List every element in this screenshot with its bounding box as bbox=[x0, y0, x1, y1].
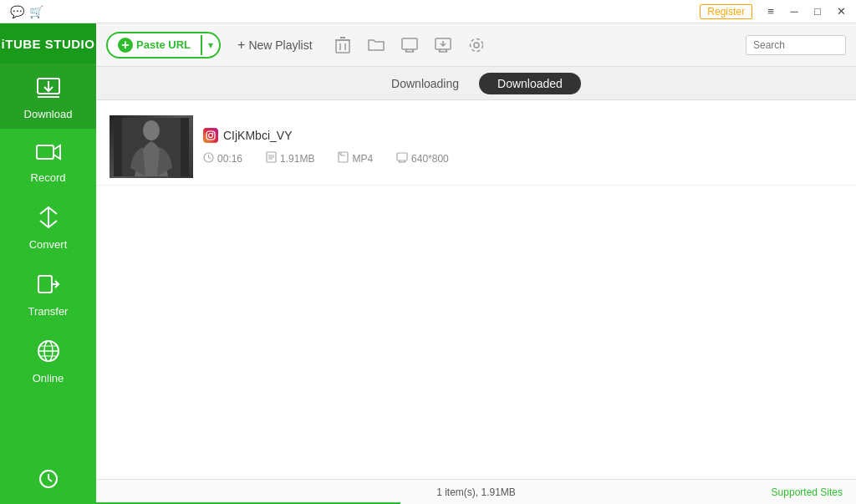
svg-rect-20 bbox=[402, 38, 417, 49]
folder-button[interactable] bbox=[363, 32, 390, 59]
sidebar-item-transfer[interactable]: Transfer bbox=[0, 259, 96, 326]
import-button[interactable] bbox=[430, 32, 456, 59]
clock-button[interactable] bbox=[32, 462, 65, 496]
sidebar-item-convert-label: Convert bbox=[29, 238, 68, 251]
app-body: iTUBE STUDIO Download Record bbox=[0, 23, 856, 504]
convert-icon bbox=[37, 206, 60, 235]
record-icon bbox=[36, 142, 61, 168]
chat-icon[interactable]: 💬 bbox=[10, 5, 24, 18]
maximize-button[interactable]: □ bbox=[806, 3, 829, 20]
app-logo: iTUBE STUDIO bbox=[0, 23, 96, 64]
svg-point-30 bbox=[470, 38, 482, 51]
sidebar-item-record[interactable]: Record bbox=[0, 129, 96, 192]
thumbnail-image bbox=[110, 115, 193, 178]
hamburger-icon[interactable]: ≡ bbox=[759, 3, 782, 20]
paste-url-main[interactable]: + Paste URL bbox=[108, 33, 201, 57]
transfer-icon bbox=[37, 272, 60, 302]
format-icon bbox=[338, 151, 349, 165]
svg-rect-46 bbox=[397, 153, 407, 160]
online-icon bbox=[37, 339, 60, 369]
svg-point-36 bbox=[212, 133, 214, 135]
register-button[interactable]: Register bbox=[700, 4, 752, 19]
tab-downloaded[interactable]: Downloaded bbox=[479, 73, 581, 94]
paste-url-dropdown[interactable]: ▾ bbox=[201, 35, 219, 55]
supported-sites-link[interactable]: Supported Sites bbox=[772, 486, 843, 498]
clock-meta-icon bbox=[203, 152, 214, 165]
sidebar-item-online[interactable]: Online bbox=[0, 326, 96, 393]
minimize-button[interactable]: ─ bbox=[782, 3, 806, 20]
svg-rect-34 bbox=[206, 131, 215, 140]
svg-point-29 bbox=[474, 43, 479, 48]
video-filesize: 1.91MB bbox=[280, 153, 314, 165]
new-playlist-button[interactable]: + New Playlist bbox=[227, 33, 323, 57]
video-source-row: CIjKMbci_VY bbox=[203, 128, 843, 143]
sidebar-item-convert[interactable]: Convert bbox=[0, 192, 96, 259]
settings-button[interactable] bbox=[463, 32, 490, 59]
svg-point-33 bbox=[143, 120, 160, 140]
sidebar-item-download-label: Download bbox=[24, 108, 73, 120]
svg-line-39 bbox=[209, 157, 211, 159]
sidebar-item-record-label: Record bbox=[31, 171, 66, 184]
new-playlist-plus-icon: + bbox=[237, 38, 245, 53]
video-duration: 00:16 bbox=[217, 153, 242, 165]
filesize-icon bbox=[266, 151, 277, 165]
video-resolution: 640*800 bbox=[411, 153, 449, 165]
tabs: Downloading Downloaded bbox=[96, 67, 856, 100]
resolution-icon bbox=[396, 152, 408, 165]
cart-icon[interactable]: 🛒 bbox=[29, 5, 43, 18]
paste-url-plus-icon: + bbox=[118, 38, 133, 53]
sidebar-item-transfer-label: Transfer bbox=[28, 305, 69, 318]
resolution-meta: 640*800 bbox=[396, 151, 449, 165]
item-count: 1 item(s), 1.91MB bbox=[436, 486, 516, 498]
filesize-meta: 1.91MB bbox=[266, 151, 314, 165]
instagram-icon bbox=[203, 128, 218, 143]
video-thumbnail bbox=[110, 115, 193, 178]
title-bar: 💬 🛒 Register ≡ ─ □ ✕ bbox=[0, 0, 856, 23]
search-input[interactable] bbox=[746, 35, 846, 55]
sidebar-item-download[interactable]: Download bbox=[0, 64, 96, 129]
status-bar: 1 item(s), 1.91MB Supported Sites bbox=[96, 479, 856, 504]
tab-downloading[interactable]: Downloading bbox=[371, 72, 479, 95]
sidebar-item-online-label: Online bbox=[33, 372, 64, 384]
format-meta: MP4 bbox=[338, 151, 373, 165]
duration-meta: 00:16 bbox=[203, 151, 242, 165]
video-format: MP4 bbox=[352, 153, 373, 165]
svg-line-14 bbox=[48, 479, 52, 481]
sidebar-bottom bbox=[32, 462, 65, 504]
main-content: + Paste URL ▾ + New Playlist bbox=[96, 23, 856, 504]
paste-url-btn[interactable]: + Paste URL ▾ bbox=[106, 32, 221, 59]
content-area: CIjKMbci_VY 00:16 bbox=[96, 100, 856, 479]
title-bar-left: 💬 🛒 bbox=[3, 5, 700, 18]
delete-button[interactable] bbox=[329, 32, 356, 59]
svg-rect-5 bbox=[38, 276, 52, 293]
monitor-button[interactable] bbox=[396, 32, 423, 59]
svg-rect-3 bbox=[37, 145, 54, 159]
video-info: CIjKMbci_VY 00:16 bbox=[203, 128, 843, 165]
sidebar: iTUBE STUDIO Download Record bbox=[0, 23, 96, 504]
paste-url-label: Paste URL bbox=[136, 38, 191, 51]
video-meta: 00:16 1.91MB bbox=[203, 151, 843, 165]
new-playlist-label: New Playlist bbox=[248, 38, 312, 52]
close-button[interactable]: ✕ bbox=[829, 3, 853, 20]
svg-rect-15 bbox=[336, 40, 349, 53]
table-row: CIjKMbci_VY 00:16 bbox=[96, 109, 856, 186]
toolbar: + Paste URL ▾ + New Playlist bbox=[96, 23, 856, 67]
download-icon bbox=[36, 77, 61, 104]
video-title: CIjKMbci_VY bbox=[223, 129, 292, 142]
svg-point-35 bbox=[209, 134, 213, 138]
